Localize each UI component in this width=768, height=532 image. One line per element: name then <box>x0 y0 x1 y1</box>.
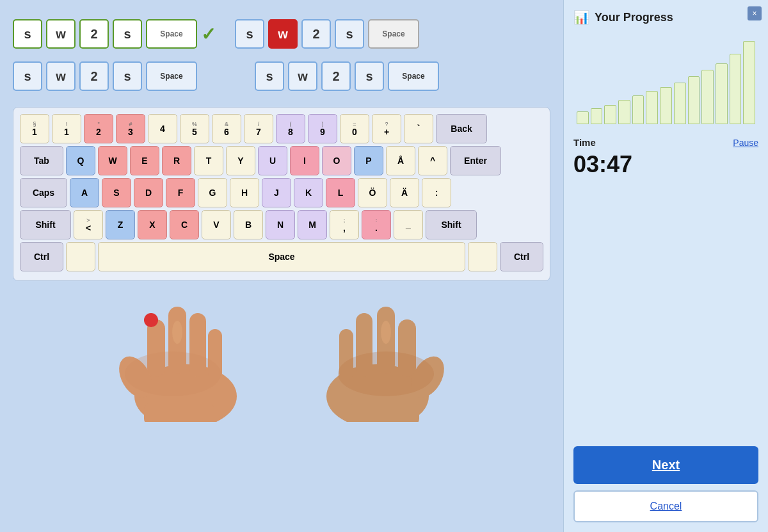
bar-11 <box>716 63 728 124</box>
key-ctrl-right[interactable]: Ctrl <box>500 242 543 271</box>
time-header: Time Pause <box>573 137 758 148</box>
key-z[interactable]: Z <box>106 210 135 239</box>
pause-button[interactable]: Pause <box>733 138 758 148</box>
key-r[interactable]: R <box>162 146 191 175</box>
hands-area <box>13 294 550 424</box>
red-dot-indicator <box>144 313 158 327</box>
key-2[interactable]: "2 <box>84 114 113 143</box>
key-comma[interactable]: ;, <box>330 210 359 239</box>
key-e[interactable]: E <box>130 146 159 175</box>
key-w2: w <box>46 61 76 91</box>
key-p[interactable]: P <box>354 146 383 175</box>
key-b[interactable]: B <box>234 210 263 239</box>
key-shift-left[interactable]: Shift <box>20 210 71 239</box>
key-backspace[interactable]: Back <box>436 114 487 143</box>
key-aa[interactable]: Å <box>386 146 415 175</box>
key-caret[interactable]: ^ <box>418 146 447 175</box>
key-0[interactable]: =0 <box>340 114 369 143</box>
time-label: Time <box>573 137 596 148</box>
key-2c: 2 <box>79 61 109 91</box>
exercise-area-2: s w 2 s Space s w 2 s Space <box>13 55 550 97</box>
key-f[interactable]: F <box>166 178 195 207</box>
bar-6 <box>646 91 658 124</box>
key-m[interactable]: M <box>298 210 327 239</box>
key-shift-right[interactable]: Shift <box>426 210 477 239</box>
key-hash[interactable]: : <box>422 178 451 207</box>
lower-sequence-2: s w 2 s Space <box>255 61 439 91</box>
current-sequence: s w 2 s Space <box>235 19 419 49</box>
key-y[interactable]: Y <box>226 146 255 175</box>
key-2b: 2 <box>301 19 331 49</box>
key-backtick[interactable]: §1 <box>20 114 49 143</box>
key-c[interactable]: C <box>170 210 199 239</box>
key-w1: w <box>46 19 76 49</box>
key-space3: Space <box>146 61 197 91</box>
bar-7 <box>660 87 672 124</box>
key-5[interactable]: %5 <box>180 114 209 143</box>
key-alt-right[interactable] <box>468 242 497 271</box>
progress-header: 📊 Your Progress <box>573 10 758 25</box>
key-a[interactable]: A <box>70 178 99 207</box>
key-x[interactable]: X <box>138 210 167 239</box>
bar-chart <box>573 35 758 124</box>
right-hand-svg <box>301 294 454 422</box>
key-oe[interactable]: Ö <box>358 178 387 207</box>
key-space4: Space <box>388 61 439 91</box>
bar-3 <box>604 105 616 124</box>
key-h[interactable]: H <box>230 178 259 207</box>
right-hand-container <box>301 294 454 424</box>
key-alt-left[interactable] <box>66 242 95 271</box>
key-g[interactable]: G <box>198 178 227 207</box>
lower-sequence-1: s w 2 s Space <box>13 61 197 91</box>
key-o[interactable]: O <box>322 146 351 175</box>
key-minus[interactable]: _ <box>394 210 423 239</box>
bar-4 <box>618 100 630 124</box>
key-ctrl-left[interactable]: Ctrl <box>20 242 63 271</box>
key-i[interactable]: I <box>290 146 319 175</box>
number-row: §1 !1 "2 #3 4 %5 &6 /7 (8 )9 =0 ?+ ` Bac… <box>20 114 543 143</box>
key-v[interactable]: V <box>202 210 231 239</box>
cancel-button[interactable]: Cancel <box>573 490 758 522</box>
key-1[interactable]: !1 <box>52 114 81 143</box>
key-q[interactable]: Q <box>66 146 95 175</box>
key-w3: w <box>288 61 317 91</box>
key-s7: s <box>255 61 284 91</box>
key-j[interactable]: J <box>262 178 291 207</box>
key-4[interactable]: 4 <box>148 114 177 143</box>
key-w[interactable]: W <box>98 146 127 175</box>
key-k[interactable]: K <box>294 178 323 207</box>
key-n[interactable]: N <box>266 210 295 239</box>
key-3[interactable]: #3 <box>116 114 145 143</box>
key-d[interactable]: D <box>134 178 163 207</box>
next-button[interactable]: Next <box>573 446 758 484</box>
completed-sequence: s w 2 s Space ✓ <box>13 19 216 49</box>
qwerty-row: Tab Q W E R T Y U I O P Å ^ Enter <box>20 146 543 175</box>
key-enter[interactable]: Enter <box>450 146 501 175</box>
checkmark-icon: ✓ <box>201 24 216 45</box>
key-accent[interactable]: ` <box>404 114 433 143</box>
key-space2: Space <box>368 19 419 49</box>
key-8[interactable]: (8 <box>276 114 305 143</box>
close-button[interactable]: × <box>748 6 762 20</box>
key-period[interactable]: :. <box>362 210 391 239</box>
svg-point-6 <box>125 351 221 396</box>
key-lt[interactable]: >< <box>74 210 103 239</box>
key-plus[interactable]: ?+ <box>372 114 401 143</box>
key-9[interactable]: )9 <box>308 114 337 143</box>
key-u[interactable]: U <box>258 146 287 175</box>
key-space[interactable]: Space <box>98 242 465 271</box>
key-tab[interactable]: Tab <box>20 146 63 175</box>
svg-rect-16 <box>349 403 419 422</box>
progress-icon: 📊 <box>573 10 589 25</box>
key-7[interactable]: /7 <box>244 114 273 143</box>
key-6[interactable]: &6 <box>212 114 241 143</box>
key-s1: s <box>13 19 42 49</box>
key-ae[interactable]: Ä <box>390 178 419 207</box>
key-l[interactable]: L <box>326 178 355 207</box>
key-caps[interactable]: Caps <box>20 178 67 207</box>
key-s4: s <box>335 19 364 49</box>
bar-9 <box>688 76 700 124</box>
key-s[interactable]: S <box>102 178 131 207</box>
bottom-row: Ctrl Space Ctrl <box>20 242 543 271</box>
key-t[interactable]: T <box>194 146 223 175</box>
